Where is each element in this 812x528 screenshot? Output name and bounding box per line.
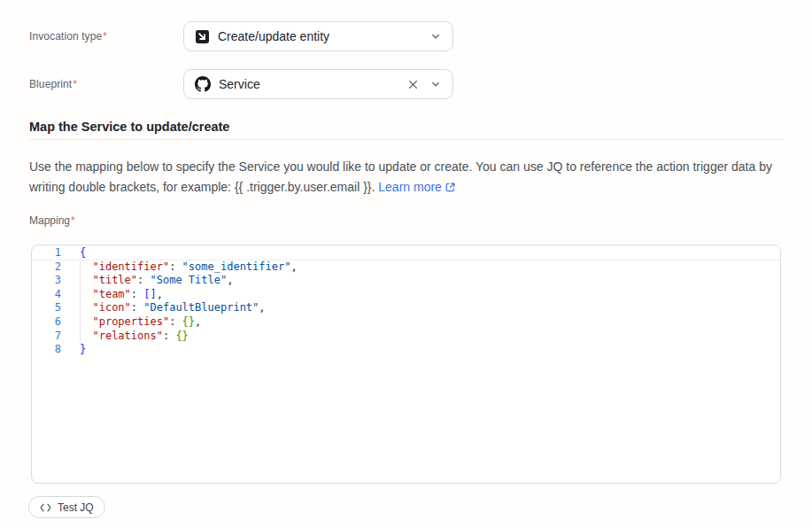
line-number: 1 xyxy=(32,246,61,260)
invocation-type-value: Create/update entity xyxy=(218,29,422,43)
code-line-content: { xyxy=(61,246,86,260)
chevron-down-icon[interactable] xyxy=(430,31,441,42)
line-number: 7 xyxy=(32,330,61,344)
test-jq-button[interactable]: Test JQ xyxy=(28,496,105,518)
blueprint-select[interactable]: Service xyxy=(183,69,453,99)
chevron-down-icon[interactable] xyxy=(430,79,441,89)
code-lines: 1{2 "identifier": "some_identifier",3 "t… xyxy=(32,246,780,357)
indent-guide xyxy=(80,260,81,342)
invocation-type-row: Invocation type* Create/update entity xyxy=(29,21,453,51)
code-line[interactable]: 3 "title": "Some Title", xyxy=(32,274,780,288)
required-asterisk: * xyxy=(73,78,77,90)
mapping-label: Mapping* xyxy=(29,214,75,227)
blueprint-label: Blueprint* xyxy=(29,78,183,90)
test-jq-label: Test JQ xyxy=(58,501,94,514)
code-line[interactable]: 8} xyxy=(32,343,780,357)
required-asterisk: * xyxy=(71,214,75,227)
code-line-content: "properties": {}, xyxy=(61,315,201,330)
clear-x-icon[interactable] xyxy=(407,79,419,90)
line-number: 6 xyxy=(32,315,61,330)
blueprint-row: Blueprint* Service xyxy=(29,69,453,99)
code-line[interactable]: 4 "team": [], xyxy=(32,288,780,302)
blueprint-label-text: Blueprint xyxy=(29,78,72,90)
code-line-content: } xyxy=(61,343,86,357)
invocation-type-label: Invocation type* xyxy=(29,30,183,43)
external-link-icon xyxy=(445,179,456,199)
code-editor-inner: 1{2 "identifier": "some_identifier",3 "t… xyxy=(32,245,780,483)
code-brackets-icon xyxy=(40,503,51,512)
line-number: 3 xyxy=(32,274,61,288)
entity-icon xyxy=(195,29,210,44)
invocation-type-controls xyxy=(430,31,441,42)
required-asterisk: * xyxy=(103,30,107,43)
line-number: 4 xyxy=(32,288,61,302)
github-icon xyxy=(195,76,211,92)
learn-more-text: Learn more xyxy=(378,180,442,194)
code-line[interactable]: 5 "icon": "DefaultBlueprint", xyxy=(32,301,780,315)
self-service-action-form: Invocation type* Create/update entity Bl… xyxy=(0,0,812,528)
blueprint-value: Service xyxy=(219,77,399,91)
invocation-type-select[interactable]: Create/update entity xyxy=(183,21,453,51)
section-heading: Map the Service to update/create xyxy=(29,120,229,134)
section-description: Use the mapping below to specify the Ser… xyxy=(29,157,789,198)
line-number: 5 xyxy=(32,301,61,315)
mapping-code-editor[interactable]: 1{2 "identifier": "some_identifier",3 "t… xyxy=(31,245,781,484)
line-number: 2 xyxy=(32,260,61,275)
code-line[interactable]: 2 "identifier": "some_identifier", xyxy=(32,260,780,275)
line-number: 8 xyxy=(32,343,61,357)
mapping-label-text: Mapping xyxy=(29,214,70,227)
code-line[interactable]: 6 "properties": {}, xyxy=(32,315,780,330)
code-line[interactable]: 7 "relations": {} xyxy=(32,330,780,344)
invocation-type-label-text: Invocation type xyxy=(29,30,102,43)
learn-more-link[interactable]: Learn more xyxy=(378,180,456,194)
code-line-content: "team": [], xyxy=(61,288,163,302)
code-line-content: "icon": "DefaultBlueprint", xyxy=(61,301,266,315)
section-divider xyxy=(29,139,783,140)
code-line[interactable]: 1{ xyxy=(32,246,780,260)
code-line-content: "identifier": "some_identifier", xyxy=(61,260,298,275)
code-line-content: "title": "Some Title", xyxy=(61,274,233,288)
blueprint-controls xyxy=(407,79,441,90)
